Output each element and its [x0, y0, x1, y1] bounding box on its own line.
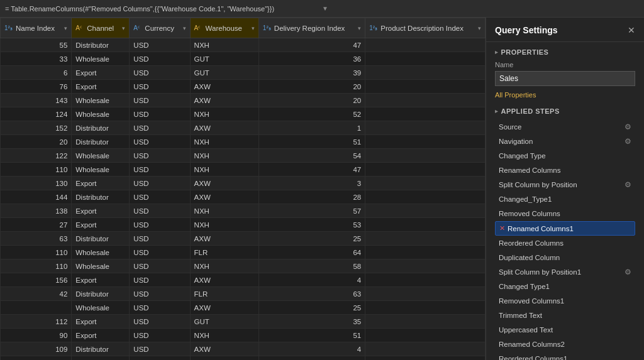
cell-currency: USD — [130, 204, 190, 218]
cell-name-index: 55 — [1, 38, 72, 52]
cell-channel: Export — [72, 80, 130, 94]
close-icon[interactable]: ✕ — [628, 25, 635, 35]
step-item-split-column-position1[interactable]: Split Column by Position1 ⚙ — [495, 265, 635, 279]
cell-currency: USD — [130, 135, 190, 149]
cell-delivery: 35 — [258, 315, 365, 329]
cell-currency: USD — [130, 177, 190, 190]
step-item-changed-type2[interactable]: Changed Type1 — [495, 280, 635, 293]
cell-delivery: 25 — [258, 232, 365, 246]
cell-currency: USD — [130, 273, 190, 287]
cell-currency: USD — [130, 287, 190, 301]
cell-channel: Wholesale — [72, 259, 130, 273]
step-label-removed-columns: Removed Columns — [499, 210, 631, 217]
step-item-renamed-columns2[interactable]: Renamed Columns2 — [495, 337, 635, 351]
cell-name-index: 144 — [1, 190, 72, 204]
step-item-renamed-columns1[interactable]: ✕ Renamed Columns1 — [495, 221, 635, 236]
col-warehouse[interactable]: Aᶜ Warehouse ▾ — [190, 18, 258, 38]
step-item-reordered-columns1[interactable]: Reordered Columns1 — [495, 352, 635, 360]
table-row: 122 Wholesale USD NXH 54 — [1, 149, 486, 163]
col-dropdown-delivery[interactable]: ▾ — [358, 25, 361, 31]
applied-steps-section: APPLIED STEPS Source ⚙ Navigation ⚙ Chan… — [495, 107, 635, 360]
cell-warehouse: FLR — [190, 287, 258, 301]
cell-currency: USD — [130, 356, 190, 361]
col-dropdown-channel[interactable]: ▾ — [122, 25, 125, 31]
cell-delivery: 25 — [258, 301, 365, 315]
step-item-removed-columns1[interactable]: Removed Columns1 — [495, 294, 635, 308]
step-gear-icon[interactable]: ⚙ — [625, 123, 631, 131]
col-delivery[interactable]: 1²₃ Delivery Region Index ▾ — [258, 18, 365, 38]
step-item-split-column-position[interactable]: Split Column by Position ⚙ — [495, 178, 635, 192]
formula-expand-icon[interactable]: ▼ — [322, 5, 639, 12]
cell-warehouse: AXW — [190, 273, 258, 287]
cell-delivery: 52 — [258, 107, 365, 121]
sidebar-title: Query Settings — [495, 25, 558, 35]
cell-currency: USD — [130, 121, 190, 135]
step-item-changed-type1[interactable]: Changed_Type1 — [495, 192, 635, 206]
step-label-uppercased-text: Uppercased Text — [499, 326, 631, 334]
step-item-duplicated-column[interactable]: Duplicated Column — [495, 251, 635, 265]
step-item-navigation[interactable]: Navigation ⚙ — [495, 134, 635, 148]
col-dropdown-product[interactable]: ▾ — [478, 25, 481, 31]
step-item-renamed-columns[interactable]: Renamed Columns — [495, 163, 635, 177]
properties-section-header: PROPERTIES — [495, 48, 635, 56]
cell-warehouse: NXH — [190, 38, 258, 52]
col-product[interactable]: 1²₃ Product Description Index ▾ — [365, 18, 486, 38]
table-row: 144 Distributor USD AXW 28 — [1, 190, 486, 204]
step-label-reordered-columns: Reordered Columns — [499, 239, 631, 247]
col-currency[interactable]: Aᶜ Currency ▾ — [130, 18, 190, 38]
table-scroll-inner[interactable]: 1²₃ Name Index ▾ Aᶜ Channel ▾ — [0, 18, 486, 360]
cell-product — [365, 218, 486, 232]
table-area: 1²₃ Name Index ▾ Aᶜ Channel ▾ — [0, 18, 486, 360]
col-icon-channel: Aᶜ — [75, 25, 84, 31]
cell-delivery: 64 — [258, 246, 365, 259]
cell-product — [365, 315, 486, 329]
cell-channel: Distributor — [72, 232, 130, 246]
table-row: 27 Export USD NXH 53 — [1, 218, 486, 232]
step-item-reordered-columns[interactable]: Reordered Columns — [495, 236, 635, 250]
step-label-duplicated-column: Duplicated Column — [499, 254, 631, 261]
cell-product — [365, 121, 486, 135]
step-item-uppercased-text[interactable]: Uppercased Text — [495, 323, 635, 337]
cell-channel: Export — [72, 177, 130, 190]
cell-name-index: 138 — [1, 204, 72, 218]
cell-product — [365, 342, 486, 356]
cell-currency: USD — [130, 66, 190, 80]
col-dropdown-warehouse[interactable]: ▾ — [252, 25, 255, 31]
cell-channel: Wholesale — [72, 107, 130, 121]
step-item-removed-columns[interactable]: Removed Columns — [495, 207, 635, 221]
step-gear-icon[interactable]: ⚙ — [625, 180, 631, 189]
cell-name-index: 33 — [1, 52, 72, 66]
cell-warehouse: FLR — [190, 246, 258, 259]
all-properties-link[interactable]: All Properties — [495, 91, 635, 99]
cell-delivery: 47 — [258, 163, 365, 177]
cell-product — [365, 80, 486, 94]
col-dropdown-currency[interactable]: ▾ — [183, 25, 186, 31]
step-item-changed-type[interactable]: Changed Type — [495, 149, 635, 163]
cell-channel: Wholesale — [72, 52, 130, 66]
cell-channel: Export — [72, 204, 130, 218]
cell-delivery: 47 — [258, 38, 365, 52]
col-label-currency: Currency — [145, 25, 180, 32]
col-label-warehouse: Warehouse — [206, 25, 249, 32]
col-channel[interactable]: Aᶜ Channel ▾ — [72, 18, 130, 38]
step-item-trimmed-text[interactable]: Trimmed Text — [495, 308, 635, 322]
step-gear-icon[interactable]: ⚙ — [625, 137, 631, 146]
table-row: 156 Export USD AXW 4 — [1, 273, 486, 287]
step-label-reordered-columns1: Reordered Columns1 — [499, 355, 631, 360]
name-input[interactable] — [495, 71, 635, 86]
col-dropdown-name-index[interactable]: ▾ — [64, 25, 67, 31]
cell-warehouse: NXH — [190, 204, 258, 218]
step-item-source[interactable]: Source ⚙ — [495, 120, 635, 134]
step-label-source: Source — [499, 123, 625, 131]
step-gear-icon[interactable]: ⚙ — [625, 268, 631, 276]
cell-product — [365, 52, 486, 66]
cell-warehouse: AXW — [190, 177, 258, 190]
table-row: 63 Distributor USD AXW 25 — [1, 232, 486, 246]
step-label-renamed-columns1: Renamed Columns1 — [508, 225, 631, 232]
cell-currency: USD — [130, 107, 190, 121]
col-name-index[interactable]: 1²₃ Name Index ▾ — [1, 18, 72, 38]
cell-channel: Export — [72, 315, 130, 329]
step-label-navigation: Navigation — [499, 138, 625, 145]
table-row: 76 Export USD AXW 20 — [1, 80, 486, 94]
cell-warehouse: NXH — [190, 149, 258, 163]
